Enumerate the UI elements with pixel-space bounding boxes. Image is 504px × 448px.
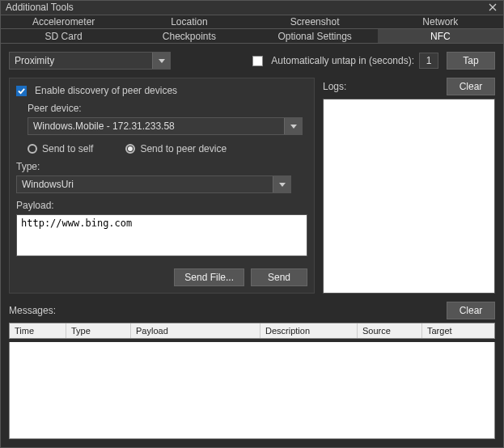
discovery-checkbox[interactable] xyxy=(16,86,27,96)
tab-nfc[interactable]: NFC xyxy=(378,29,503,43)
messages-header: Messages: Clear xyxy=(9,302,495,319)
tap-button[interactable]: Tap xyxy=(447,52,495,70)
proximity-combo[interactable]: Proximity xyxy=(9,52,171,70)
top-toolbar: Proximity Automatically untap in (second… xyxy=(1,44,503,78)
auto-untap-group: Automatically untap in (seconds): xyxy=(252,53,438,69)
peer-label: Peer device: xyxy=(28,103,307,114)
tab-accelerometer[interactable]: Accelerometer xyxy=(1,15,126,29)
tab-optional-settings[interactable]: Optional Settings xyxy=(252,29,378,43)
send-file-button[interactable]: Send File... xyxy=(174,268,244,286)
logs-label: Logs: xyxy=(323,81,346,92)
col-target[interactable]: Target xyxy=(422,323,494,338)
peer-section: Peer device: Windows.Mobile - 172.31.233… xyxy=(28,103,307,154)
titlebar: Additional Tools xyxy=(1,1,503,15)
auto-untap-value[interactable] xyxy=(419,53,438,69)
close-icon[interactable] xyxy=(487,2,498,13)
tab-row-1: Accelerometer Location Screenshot Networ… xyxy=(1,15,503,30)
chevron-down-icon xyxy=(159,59,165,63)
payload-label: Payload: xyxy=(16,200,307,211)
main-row: Enable discovery of peer devices Peer de… xyxy=(1,78,503,302)
proximity-combo-btn[interactable] xyxy=(152,53,170,69)
peer-combo-btn[interactable] xyxy=(284,118,302,134)
messages-label: Messages: xyxy=(9,305,56,316)
payload-input[interactable] xyxy=(16,214,307,256)
nfc-config-panel: Enable discovery of peer devices Peer de… xyxy=(9,78,315,294)
col-source[interactable]: Source xyxy=(358,323,422,338)
discovery-row: Enable discovery of peer devices xyxy=(16,85,307,96)
payload-section: Payload: xyxy=(16,200,307,259)
tab-location[interactable]: Location xyxy=(126,15,252,29)
auto-untap-label: Automatically untap in (seconds): xyxy=(271,55,414,66)
tab-sd-card[interactable]: SD Card xyxy=(1,29,126,43)
type-combo-btn[interactable] xyxy=(273,176,290,192)
send-mode-row: Send to self Send to peer device xyxy=(28,143,307,154)
type-combo-text: WindowsUri xyxy=(17,179,273,190)
send-self-radio[interactable] xyxy=(28,144,37,154)
chevron-down-icon xyxy=(290,125,297,129)
window-title: Additional Tools xyxy=(6,2,74,13)
col-description[interactable]: Description xyxy=(260,323,358,338)
type-label: Type: xyxy=(16,161,307,172)
tab-row-2: SD Card Checkpoints Optional Settings NF… xyxy=(1,29,503,44)
chevron-down-icon xyxy=(279,183,286,187)
peer-combo-text: Windows.Mobile - 172.31.233.58 xyxy=(28,120,284,132)
messages-clear-button[interactable]: Clear xyxy=(447,302,495,319)
auto-untap-checkbox[interactable] xyxy=(252,56,263,66)
tab-network[interactable]: Network xyxy=(378,15,503,29)
type-section: Type: WindowsUri xyxy=(16,161,307,193)
col-payload[interactable]: Payload xyxy=(131,323,260,338)
tab-screenshot[interactable]: Screenshot xyxy=(252,15,378,29)
col-time[interactable]: Time xyxy=(10,323,66,338)
send-button[interactable]: Send xyxy=(251,268,307,286)
logs-panel: Logs: Clear xyxy=(323,78,495,294)
logs-box[interactable] xyxy=(323,99,495,294)
messages-table-body[interactable] xyxy=(9,342,495,439)
additional-tools-window: Additional Tools Accelerometer Location … xyxy=(0,0,504,448)
send-peer-label: Send to peer device xyxy=(140,143,227,154)
proximity-combo-text: Proximity xyxy=(10,55,152,66)
send-self-label: Send to self xyxy=(42,143,93,154)
send-peer-radio[interactable] xyxy=(125,144,135,154)
logs-header: Logs: Clear xyxy=(323,78,495,95)
send-buttons-row: Send File... Send xyxy=(16,268,307,286)
messages-section: Messages: Clear Time Type Payload Descri… xyxy=(1,302,503,447)
type-combo[interactable]: WindowsUri xyxy=(16,175,291,193)
peer-combo[interactable]: Windows.Mobile - 172.31.233.58 xyxy=(28,117,303,135)
messages-table-header: Time Type Payload Description Source Tar… xyxy=(9,323,495,339)
logs-clear-button[interactable]: Clear xyxy=(447,78,495,95)
discovery-label: Enable discovery of peer devices xyxy=(35,85,177,96)
col-type[interactable]: Type xyxy=(66,323,131,338)
tab-checkpoints[interactable]: Checkpoints xyxy=(126,29,252,43)
